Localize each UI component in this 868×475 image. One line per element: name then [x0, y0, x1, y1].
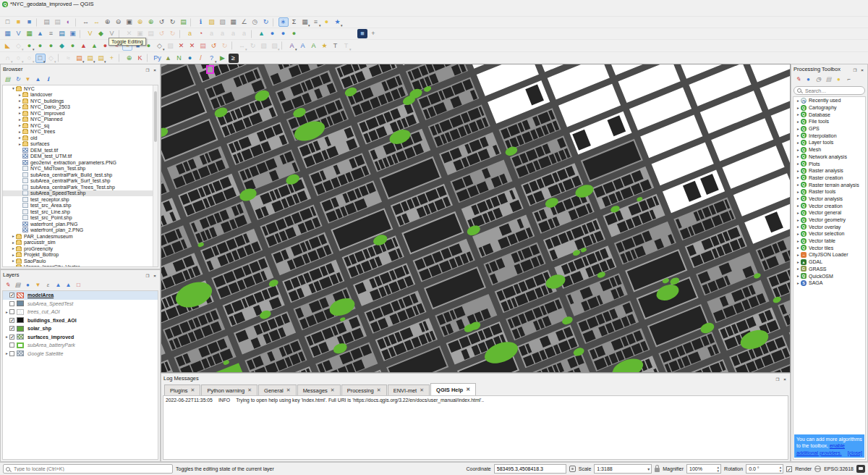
toolbar-button[interactable]: ▧ — [218, 17, 228, 27]
browser-item[interactable]: ▸ old — [3, 135, 158, 141]
expand-arrow-icon[interactable]: ▸ — [11, 246, 16, 251]
toolbar-button[interactable]: ◔ — [196, 29, 206, 38]
expand-arrow-icon[interactable]: ▸ — [796, 98, 801, 103]
layers-toolbar-button[interactable]: ▲ — [54, 281, 62, 289]
browser-item[interactable]: test_src_Line.shp — [3, 209, 158, 215]
toolbar-button[interactable]: ▦ — [300, 17, 310, 27]
expand-arrow-icon[interactable]: ▸ — [796, 127, 801, 131]
toolbar-button[interactable]: ◇ — [14, 41, 24, 51]
toolbar-button[interactable]: ■ — [25, 17, 35, 27]
toolbox-group[interactable]: ▸ Vector table — [793, 238, 865, 245]
layer-visibility-checkbox[interactable] — [9, 293, 14, 298]
toolbar-button[interactable]: ◇ — [155, 41, 165, 51]
toolbar-button[interactable] — [147, 54, 150, 62]
scale-combo[interactable]: 1:3188 — [594, 464, 652, 474]
browser-toolbar-button[interactable]: ▲ — [34, 75, 42, 83]
expand-arrow-icon[interactable]: ▸ — [796, 211, 801, 215]
browser-item[interactable]: waterfront_plan_2.PNG — [3, 227, 158, 234]
browser-item[interactable]: DEM_test.tif — [3, 147, 158, 154]
expand-arrow-icon[interactable]: ▸ — [17, 142, 22, 146]
toolbox-group[interactable]: ▸ Vector tiles — [793, 244, 865, 251]
toolbox-group[interactable]: ▸ GRASS — [793, 266, 865, 273]
toolbar-button[interactable]: ▦ — [3, 29, 13, 38]
toolbar-button[interactable]: a — [218, 29, 228, 38]
toolbox-group[interactable]: ▸ Vector overlay — [793, 223, 865, 230]
toolbar-button[interactable] — [179, 30, 183, 38]
layers-toolbar-button[interactable]: □ — [75, 281, 82, 289]
expand-arrow-icon[interactable]: ▸ — [17, 105, 22, 109]
browser-item[interactable]: ▸ PAR_Landesmuseum — [3, 233, 158, 240]
toolbar-button[interactable]: a — [185, 29, 195, 38]
toolbar-button[interactable]: ◇ — [46, 54, 56, 63]
log-tab[interactable]: General — [258, 384, 297, 395]
toolbar-button[interactable]: ● — [46, 41, 56, 51]
browser-item[interactable]: ▸ SaoPaulo — [3, 258, 158, 264]
browser-item[interactable]: geo2envi_extraction_parameters.PNG — [3, 159, 158, 166]
expand-arrow-icon[interactable]: ▸ — [17, 123, 22, 127]
toolbar-button[interactable]: ○ — [25, 54, 35, 63]
toolbox-group[interactable]: ▸ Mesh — [793, 146, 865, 154]
log-tab[interactable]: Processing — [341, 384, 387, 395]
layer-visibility-checkbox[interactable] — [9, 326, 14, 331]
toolbar-button[interactable]: ▤ — [179, 17, 189, 27]
toolbar-button[interactable]: ◐ — [64, 17, 74, 27]
toolbox-toolbar-button[interactable]: ● — [835, 75, 843, 83]
toolbox-group[interactable]: ▸ Raster analysis — [793, 167, 865, 175]
toolbar-button[interactable]: + — [107, 54, 117, 63]
layer-item[interactable]: subArea_SpeedTest — [3, 300, 158, 308]
close-notice-link[interactable]: [close] — [848, 450, 862, 456]
toolbar-button[interactable]: ≡ — [46, 29, 56, 38]
toolbox-group[interactable]: ▸ Plots — [793, 160, 865, 167]
expand-arrow-icon[interactable]: ▸ — [796, 190, 801, 194]
toolbar-button[interactable]: A — [287, 41, 297, 51]
toolbox-group[interactable]: ▸ Raster creation — [793, 175, 865, 182]
expand-arrow-icon[interactable]: ▸ — [796, 274, 801, 278]
layer-item[interactable]: modelArea — [3, 291, 158, 300]
toolbar-button[interactable]: ● — [185, 54, 195, 63]
toolbar-button[interactable]: ▨ — [207, 17, 217, 27]
layer-visibility-checkbox[interactable] — [9, 309, 14, 314]
expand-arrow-icon[interactable]: ▸ — [17, 93, 22, 97]
expand-arrow-icon[interactable]: ▸ — [796, 196, 801, 201]
toolbar-button[interactable]: □ — [35, 54, 46, 63]
browser-scrollbar[interactable] — [153, 85, 158, 266]
toolbar-button[interactable]: ■ — [357, 29, 367, 38]
browser-item[interactable]: ▸ surfaces — [3, 141, 158, 148]
toolbar-button[interactable]: ○ — [14, 54, 24, 63]
undock-icon[interactable] — [145, 67, 150, 72]
crs-status[interactable]: EPSG:32618 — [824, 466, 854, 471]
toolbar-button[interactable]: ▤ — [146, 29, 156, 38]
browser-item[interactable]: subArea_centralPark_Trees_Test.shp — [3, 184, 158, 190]
toolbar-button[interactable]: ↔ — [237, 41, 247, 51]
expand-arrow-icon[interactable]: ▸ — [796, 253, 801, 257]
close-icon[interactable] — [859, 67, 865, 72]
crs-globe-icon[interactable] — [814, 466, 821, 472]
toolbar-button[interactable]: ▨ — [166, 41, 176, 51]
expand-arrow-icon[interactable]: ▸ — [796, 266, 801, 271]
close-icon[interactable] — [782, 376, 788, 382]
layers-toolbar-button[interactable]: ε — [44, 281, 52, 289]
toolbar-button[interactable]: ▦ — [25, 29, 35, 38]
toolbar-button[interactable]: ℹ — [196, 17, 206, 27]
expand-arrow-icon[interactable]: ▸ — [796, 169, 801, 173]
toolbar-button[interactable]: ● — [322, 17, 332, 27]
toolbar-button[interactable]: V — [85, 29, 95, 38]
toolbox-group[interactable]: ▸ Vector selection — [793, 230, 865, 238]
browser-item[interactable]: ▸ proGreencity — [3, 245, 158, 252]
toolbar-button[interactable]: ↻ — [168, 29, 178, 38]
browser-item[interactable]: subArea_SpeedTest.shp — [3, 190, 158, 197]
toolbar-button[interactable]: ▣ — [68, 29, 78, 38]
toolbox-group[interactable]: ▸ Raster tools — [793, 188, 865, 196]
toolbar-button[interactable]: a — [239, 29, 250, 38]
layers-toolbar-button[interactable]: ● — [24, 281, 32, 289]
toolbar-button[interactable]: ▤ — [96, 54, 106, 63]
toolbar-button[interactable]: ↺ — [157, 17, 167, 27]
expand-arrow-icon[interactable]: ▸ — [11, 234, 16, 238]
toolbar-button[interactable]: A — [309, 41, 319, 51]
coordinate-input[interactable] — [494, 464, 566, 474]
expand-arrow-icon[interactable]: ▸ — [796, 119, 801, 124]
lock-scale-icon[interactable] — [655, 468, 660, 472]
toolbox-group[interactable]: ▸ Vector geometry — [793, 217, 865, 224]
log-tab[interactable]: Messages — [297, 384, 341, 395]
layers-toolbar-button[interactable]: ✎ — [4, 281, 12, 289]
